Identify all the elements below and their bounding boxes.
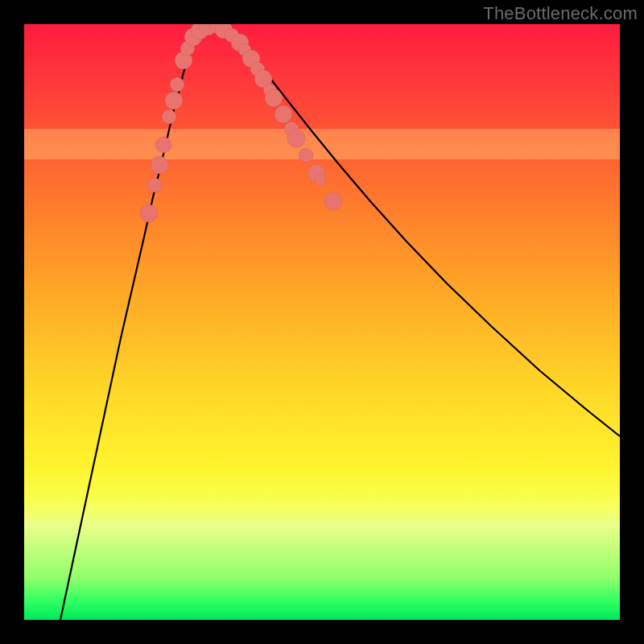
marker-dot	[165, 92, 183, 109]
marker-dot	[315, 174, 326, 185]
marker-dot	[275, 105, 292, 123]
marker-dot	[140, 204, 158, 222]
marker-dot	[324, 192, 342, 210]
marker-dot	[151, 156, 168, 174]
chart-frame: TheBottleneck.com	[0, 0, 644, 644]
marker-dot	[287, 130, 305, 147]
bottleneck-curve	[60, 27, 620, 620]
marker-dot	[147, 178, 162, 192]
marker-dot	[155, 137, 171, 153]
plot-area	[24, 24, 620, 620]
marker-dot	[299, 148, 313, 163]
marker-dot	[265, 89, 283, 107]
watermark-text: TheBottleneck.com	[483, 3, 638, 24]
marker-dot	[170, 77, 184, 92]
marker-dot	[162, 109, 176, 124]
chart-svg	[24, 24, 620, 620]
marker-dots	[140, 24, 342, 222]
